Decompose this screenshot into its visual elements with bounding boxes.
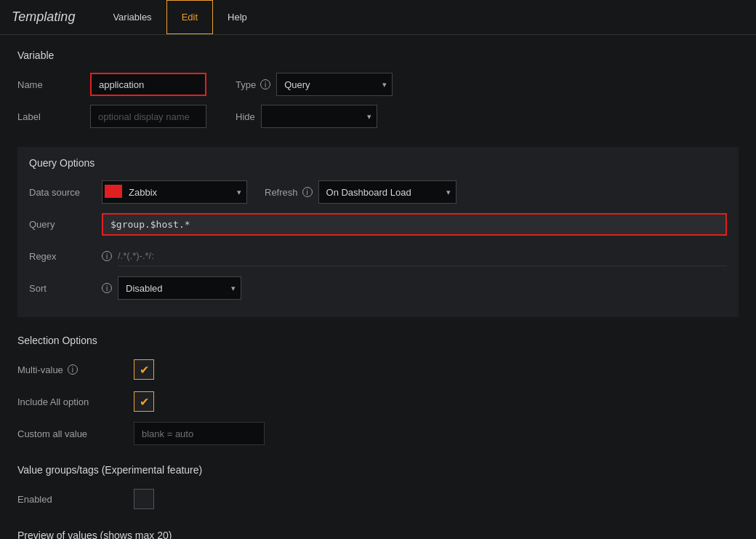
preview-title: Preview of values (shows max 20) [17,530,739,539]
datasource-select[interactable]: Zabbix [102,180,247,204]
multivalue-checkbox[interactable]: ✔ [134,359,154,380]
preview-section: Preview of values (shows max 20) All CPU… [17,530,739,539]
value-groups-section: Value groups/tags (Experimental feature)… [17,464,739,512]
sort-row: Sort i Disabled Alphabetical (asc) Alpha… [29,275,727,301]
name-input[interactable] [90,73,206,96]
hide-select[interactable]: Label Variable [261,105,377,128]
sort-label: Sort [29,283,102,294]
refresh-select[interactable]: On Dashboard Load Never On Time Range Ch… [318,180,457,204]
top-nav: Templating Variables Edit Help [0,0,756,35]
tab-help[interactable]: Help [213,0,262,34]
main-content: Variable Name Type i Query Custom Consta… [0,35,756,539]
regex-input-wrapper [118,246,727,266]
nav-tabs: Variables Edit Help [98,0,261,34]
custom-all-label: Custom all value [17,428,134,439]
name-label: Name [17,79,90,90]
tab-edit[interactable]: Edit [166,0,213,34]
label-label: Label [17,111,90,122]
variable-section: Variable Name Type i Query Custom Consta… [17,49,739,129]
custom-all-row: Custom all value [17,420,739,447]
multivalue-info-icon[interactable]: i [68,364,78,375]
label-input[interactable] [90,105,206,128]
include-all-row: Include All option ✔ [17,388,739,415]
multivalue-checkmark: ✔ [140,363,149,377]
refresh-label: Refresh [265,187,298,198]
multivalue-row: Multi-value i ✔ [17,356,739,383]
type-select[interactable]: Query Custom Constant Datasource Interva… [276,73,393,96]
variable-name-row: Name Type i Query Custom Constant Dataso… [17,71,739,97]
enabled-checkbox[interactable] [134,489,154,509]
app-title: Templating [12,9,75,25]
datasource-row: Data source Zabbix Refresh i On Dashboar… [29,179,727,205]
tab-variables[interactable]: Variables [98,0,166,34]
sort-info-icon[interactable]: i [102,283,112,293]
query-options-section: Query Options Data source Zabbix Refresh… [17,147,739,317]
regex-row: Regex i [29,243,727,269]
datasource-label: Data source [29,187,102,198]
query-input[interactable] [102,213,727,236]
multivalue-label: Multi-value i [17,364,134,375]
datasource-color-block [105,185,122,198]
query-options-title: Query Options [29,157,727,169]
custom-all-input[interactable] [134,422,265,445]
variable-section-title: Variable [17,49,739,61]
type-info-icon[interactable]: i [260,79,270,89]
regex-label: Regex [29,251,102,262]
value-groups-title: Value groups/tags (Experimental feature) [17,464,739,476]
include-all-checkbox[interactable]: ✔ [134,391,154,412]
sort-select[interactable]: Disabled Alphabetical (asc) Alphabetical… [118,276,241,300]
enabled-label: Enabled [17,494,134,505]
query-row: Query [29,211,727,237]
selection-options-section: Selection Options Multi-value i ✔ Includ… [17,335,739,447]
regex-info-icon[interactable]: i [102,251,112,261]
hide-label: Hide [236,111,255,122]
variable-label-row: Label Hide Label Variable [17,103,739,129]
include-all-label: Include All option [17,396,134,407]
enabled-row: Enabled [17,486,739,512]
datasource-select-wrapper: Zabbix [102,180,247,204]
query-label: Query [29,219,102,230]
regex-input[interactable] [118,246,727,265]
type-label: Type [236,79,256,90]
include-all-checkmark: ✔ [140,395,149,409]
selection-options-title: Selection Options [17,335,739,346]
refresh-info-icon[interactable]: i [302,187,313,197]
